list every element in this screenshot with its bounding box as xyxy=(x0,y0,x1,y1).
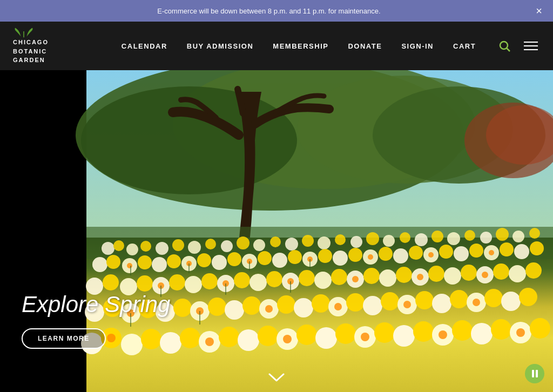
svg-point-125 xyxy=(519,288,537,306)
svg-point-24 xyxy=(253,239,265,251)
svg-point-49 xyxy=(197,253,211,267)
svg-point-21 xyxy=(205,239,216,249)
svg-point-30 xyxy=(350,236,362,248)
svg-point-117 xyxy=(381,292,399,310)
svg-point-19 xyxy=(172,239,184,251)
announcement-text: E-commerce will be down between 8 p.m. a… xyxy=(157,7,380,15)
pause-button[interactable] xyxy=(525,364,544,383)
logo-text: CHICAGO BOTANIC GARDEN xyxy=(13,38,49,65)
chevron-down-icon xyxy=(268,373,285,383)
header-actions xyxy=(498,39,540,52)
svg-point-98 xyxy=(509,265,526,282)
svg-point-79 xyxy=(201,273,218,289)
svg-point-94 xyxy=(444,267,461,285)
svg-point-63 xyxy=(409,246,423,260)
svg-point-170 xyxy=(205,337,214,346)
svg-point-90 xyxy=(379,269,396,287)
svg-point-0 xyxy=(500,42,508,49)
svg-point-75 xyxy=(137,275,153,292)
svg-point-28 xyxy=(318,236,331,249)
svg-point-123 xyxy=(484,289,503,307)
svg-point-23 xyxy=(237,236,249,249)
svg-point-121 xyxy=(450,290,468,308)
svg-point-97 xyxy=(493,263,509,280)
svg-point-171 xyxy=(283,335,292,343)
svg-point-15 xyxy=(113,240,124,251)
svg-point-27 xyxy=(302,235,314,247)
svg-point-172 xyxy=(361,333,369,341)
svg-point-78 xyxy=(185,276,202,293)
nav-cart[interactable]: CART xyxy=(453,42,476,50)
svg-point-6 xyxy=(81,86,297,194)
nav-membership[interactable]: MEMBERSHIP xyxy=(273,42,328,50)
nav-buy-admission[interactable]: BUY ADMISSION xyxy=(187,42,254,50)
svg-point-111 xyxy=(277,295,295,314)
svg-point-47 xyxy=(167,254,181,268)
svg-point-31 xyxy=(366,232,379,245)
announcement-banner: E-commerce will be down between 8 p.m. a… xyxy=(0,0,553,22)
svg-point-58 xyxy=(333,251,348,266)
svg-point-42 xyxy=(92,257,107,272)
svg-point-112 xyxy=(294,298,313,317)
svg-point-138 xyxy=(315,327,337,349)
svg-point-89 xyxy=(363,268,380,284)
svg-point-51 xyxy=(227,252,241,266)
svg-point-16 xyxy=(126,244,138,255)
svg-point-77 xyxy=(169,274,185,290)
svg-point-141 xyxy=(374,322,395,343)
hamburger-line-2 xyxy=(524,45,538,46)
nav-calendar[interactable]: CALENDAR xyxy=(122,42,167,50)
svg-point-29 xyxy=(335,234,346,245)
svg-point-113 xyxy=(312,294,330,313)
svg-point-147 xyxy=(491,319,511,340)
nav-donate[interactable]: DONATE xyxy=(348,42,382,50)
svg-point-32 xyxy=(383,235,395,247)
svg-point-82 xyxy=(249,274,267,291)
svg-point-14 xyxy=(102,242,114,255)
svg-point-146 xyxy=(471,323,493,344)
hero-section: Explore Spring LEARN MORE xyxy=(0,70,553,392)
svg-point-150 xyxy=(127,263,132,268)
site-header: CHICAGO BOTANIC GARDEN CALENDAR BUY ADMI… xyxy=(0,22,553,70)
svg-point-149 xyxy=(530,318,550,339)
svg-point-124 xyxy=(501,292,521,311)
svg-point-162 xyxy=(482,272,488,278)
hamburger-line-1 xyxy=(524,42,538,43)
svg-point-57 xyxy=(318,249,332,263)
svg-point-116 xyxy=(363,296,382,315)
svg-point-35 xyxy=(431,231,443,242)
svg-point-91 xyxy=(396,267,412,283)
search-button[interactable] xyxy=(498,39,511,52)
svg-point-70 xyxy=(514,244,529,259)
hamburger-button[interactable] xyxy=(522,39,540,52)
svg-point-95 xyxy=(461,265,477,281)
learn-more-button[interactable]: LEARN MORE xyxy=(22,328,106,349)
svg-point-20 xyxy=(188,241,201,254)
svg-point-73 xyxy=(103,274,119,290)
svg-point-55 xyxy=(288,250,302,264)
svg-point-71 xyxy=(530,241,544,255)
svg-point-87 xyxy=(331,269,347,285)
svg-point-54 xyxy=(272,253,287,268)
svg-point-18 xyxy=(156,242,168,255)
svg-point-22 xyxy=(221,240,233,252)
svg-point-41 xyxy=(529,228,540,239)
scroll-chevron[interactable] xyxy=(268,369,285,387)
announcement-close-button[interactable]: × xyxy=(534,3,544,18)
svg-point-167 xyxy=(403,301,411,308)
svg-point-50 xyxy=(212,255,227,270)
svg-point-86 xyxy=(314,272,332,289)
svg-point-67 xyxy=(469,244,483,258)
svg-point-59 xyxy=(348,248,362,262)
hamburger-line-3 xyxy=(524,49,538,50)
main-nav: CALENDAR BUY ADMISSION MEMBERSHIP DONATE… xyxy=(99,42,498,50)
svg-point-142 xyxy=(393,325,415,347)
svg-point-83 xyxy=(266,271,282,287)
svg-point-40 xyxy=(512,231,524,242)
svg-point-145 xyxy=(452,320,473,341)
svg-point-139 xyxy=(335,323,356,344)
hero-content: Explore Spring LEARN MORE xyxy=(0,292,205,349)
nav-sign-in[interactable]: SIGN-IN xyxy=(401,42,434,50)
logo-area[interactable]: CHICAGO BOTANIC GARDEN xyxy=(13,27,78,65)
svg-point-93 xyxy=(428,266,444,282)
